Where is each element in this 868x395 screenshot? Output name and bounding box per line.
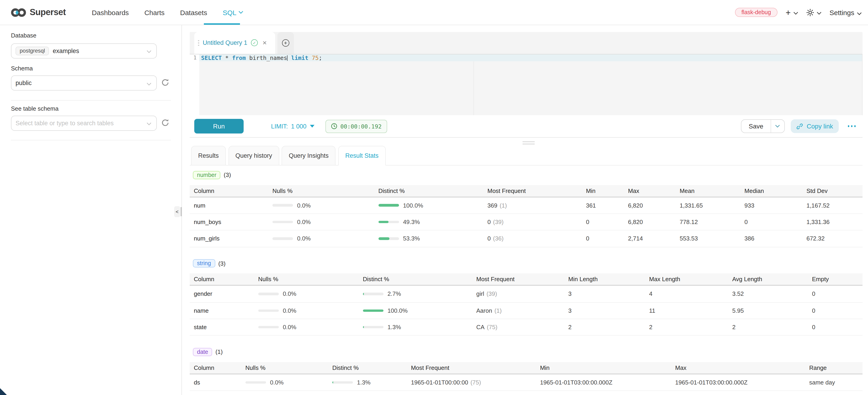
nulls--bar	[258, 293, 279, 295]
more-actions-button[interactable]	[847, 124, 857, 129]
superset-logo[interactable]: Superset	[11, 7, 66, 18]
cell-range: same day	[809, 379, 862, 386]
tab-results[interactable]: Results	[191, 146, 226, 165]
refresh-tables-button[interactable]	[161, 118, 170, 127]
mouse-cursor	[0, 388, 7, 395]
column-header-column: Column	[190, 276, 258, 282]
run-button[interactable]: Run	[194, 119, 244, 133]
tab-query-history[interactable]: Query history	[228, 146, 279, 165]
tab-drag-handle-icon	[198, 40, 199, 46]
schema-select[interactable]: public	[11, 75, 157, 91]
percent-label: 0.0%	[297, 235, 311, 242]
column-header-nulls-: Nulls %	[245, 364, 332, 371]
table-row: num_boys0.0%49.3%0(39)06,820778.1201,331…	[190, 214, 863, 231]
nav-item-label: Datasets	[180, 8, 207, 16]
nav-item-sql[interactable]: SQL	[223, 8, 243, 16]
bar-fill	[332, 381, 333, 384]
type-badge-string: string	[193, 259, 215, 268]
cell-min: 0	[586, 235, 628, 242]
bar-fill	[378, 221, 388, 223]
nav-item-dashboards[interactable]: Dashboards	[92, 8, 129, 16]
section-header: date(1)	[193, 348, 863, 356]
section-header: number(3)	[193, 171, 863, 179]
cell-nulls-: 0.0%	[272, 202, 378, 209]
database-value: examples	[53, 47, 79, 54]
results-tab-bar: ResultsQuery historyQuery InsightsResult…	[190, 146, 863, 165]
results-pane: ResultsQuery historyQuery InsightsResult…	[182, 138, 868, 395]
cell-nulls-: 0.0%	[258, 307, 363, 314]
nulls--bar	[272, 204, 293, 207]
table-select[interactable]: Select table or type to search tables	[11, 116, 157, 130]
column-header-distinct-: Distinct %	[378, 187, 487, 194]
cell-std-dev: 672.32	[807, 235, 862, 242]
limit-dropdown[interactable]: LIMIT: 1 000	[271, 123, 314, 130]
percent-label: 100.0%	[403, 202, 423, 209]
save-button[interactable]: Save	[741, 120, 771, 132]
collapse-sidebar-handle[interactable]: <	[174, 206, 180, 217]
pane-resize-handle[interactable]	[522, 141, 535, 144]
cell-median: 933	[744, 202, 806, 209]
tab-result-stats[interactable]: Result Stats	[338, 146, 386, 165]
chevron-down-icon	[147, 50, 151, 53]
nav-item-label: Charts	[145, 8, 164, 16]
frequent-count: (39)	[493, 218, 503, 225]
save-split-button[interactable]: Save	[741, 119, 785, 133]
new-item-dropdown[interactable]: +	[785, 8, 798, 17]
percent-label: 0.0%	[297, 202, 311, 209]
chevron-down-icon	[794, 12, 798, 14]
nav-item-datasets[interactable]: Datasets	[180, 8, 207, 16]
frequent-count: (75)	[470, 379, 481, 386]
superset-infinity-icon	[11, 7, 26, 17]
column-header-distinct-: Distinct %	[332, 364, 411, 371]
cell-column: num_girls	[190, 235, 272, 242]
frequent-count: (36)	[493, 235, 503, 242]
sql-token	[288, 54, 291, 61]
cell-max: 6,820	[628, 218, 680, 225]
column-header-median: Median	[744, 187, 806, 194]
tab-query-insights[interactable]: Query Insights	[282, 146, 336, 165]
link-icon	[796, 123, 803, 130]
nav-menu: DashboardsChartsDatasetsSQL	[92, 0, 259, 25]
column-count: (3)	[218, 260, 225, 267]
chevron-down-icon	[775, 125, 780, 127]
new-query-tab-button[interactable]: +	[277, 32, 294, 54]
percent-label: 0.0%	[297, 218, 311, 225]
distinct--bar	[332, 381, 353, 384]
cell-max-length: 4	[649, 291, 732, 297]
theme-dropdown[interactable]	[806, 8, 822, 17]
nav-item-charts[interactable]: Charts	[145, 8, 164, 16]
cell-column: name	[190, 307, 258, 314]
cell-mean: 1,331.65	[680, 202, 744, 209]
refresh-icon[interactable]	[161, 118, 169, 127]
sql-token: ;	[318, 54, 322, 61]
settings-menu[interactable]: Settings	[830, 8, 862, 16]
sidebar-scrollbar-thumb[interactable]	[180, 207, 182, 216]
cell-max-length: 11	[649, 307, 732, 314]
limit-value: 1 000	[291, 123, 307, 130]
cell-empty: 0	[812, 291, 862, 297]
cell-nulls-: 0.0%	[258, 324, 363, 331]
frequent-count: (39)	[487, 291, 497, 297]
copy-link-button[interactable]: Copy link	[791, 119, 839, 133]
navbar-right: flask-debug + Settings	[735, 8, 862, 17]
close-tab-icon[interactable]: ✕	[262, 40, 267, 46]
bar-fill	[378, 204, 399, 207]
copy-link-label: Copy link	[807, 123, 833, 130]
table-row: num0.0%100.0%369(1)3616,8201,331.659331,…	[190, 197, 863, 214]
query-tab[interactable]: Untitled Query 1 ✓ ✕	[194, 32, 275, 54]
distinct--bar	[363, 326, 383, 329]
cell-min: 0	[586, 218, 628, 225]
result-stats-panel: number(3)ColumnNulls %Distinct %Most Fre…	[190, 165, 863, 391]
column-header-column: Column	[190, 187, 272, 194]
stats-table-header: ColumnNulls %Distinct %Most FrequentMinM…	[190, 185, 863, 197]
refresh-schema-button[interactable]	[161, 78, 170, 87]
distinct--bar	[363, 309, 383, 312]
type-badge-number: number	[193, 171, 221, 179]
refresh-icon[interactable]	[161, 78, 169, 87]
bar-fill	[363, 293, 364, 295]
database-select[interactable]: postgresql examples	[11, 43, 157, 58]
chevron-down-icon	[857, 12, 862, 15]
sql-code-editor[interactable]: 1 SELECT * from birth_names limit 75;	[190, 54, 863, 115]
save-options-caret[interactable]	[771, 120, 784, 132]
cell-max-length: 2	[649, 324, 732, 331]
